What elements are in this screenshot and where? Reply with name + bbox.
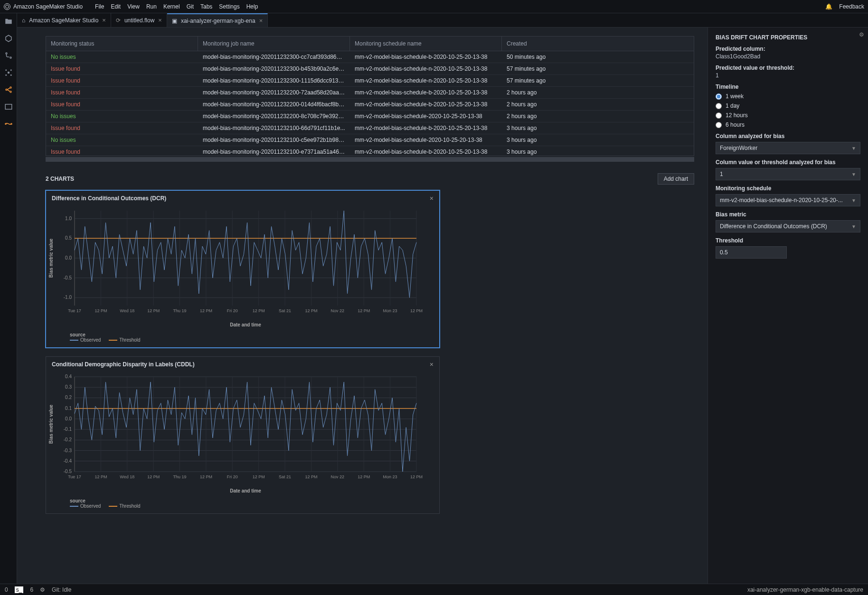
timeline-option[interactable]: 1 week — [716, 93, 860, 100]
bias-metric-select[interactable]: Difference in Conditional Outcomes (DCR)… — [716, 220, 860, 232]
menu-file[interactable]: File — [95, 3, 104, 10]
menu-edit[interactable]: Edit — [111, 3, 121, 10]
svg-text:12 PM: 12 PM — [147, 474, 160, 479]
chart-card[interactable]: Conditional Demographic Disparity in Lab… — [46, 356, 440, 514]
close-icon[interactable]: × — [430, 195, 434, 202]
tab-studio[interactable]: ⌂ Amazon SageMaker Studio × — [17, 13, 111, 27]
table-row[interactable]: Issue found model-bias-monitoring-202011… — [46, 146, 694, 156]
mon-sched-select[interactable]: mm-v2-model-bias-schedule-n-2020-10-25-2… — [716, 194, 860, 206]
svg-point-9 — [10, 87, 11, 88]
svg-text:-0.5: -0.5 — [64, 469, 72, 474]
predicted-thr-value: 1 — [716, 72, 860, 79]
panel-title: BIAS DRIFT CHART PROPERTIES — [716, 34, 860, 41]
chart-card[interactable]: Difference in Conditional Outcomes (DCR)… — [46, 190, 440, 348]
timeline-option[interactable]: 1 day — [716, 102, 860, 109]
cell-job: model-bias-monitoring-202011232100-66d79… — [198, 122, 350, 134]
menu-help[interactable]: Help — [246, 3, 258, 10]
status-errors[interactable]: 0 — [5, 586, 8, 593]
flow-icon[interactable] — [4, 85, 13, 94]
col-header-created[interactable]: Created — [502, 37, 694, 51]
svg-text:12 PM: 12 PM — [410, 474, 423, 479]
close-icon[interactable]: × — [430, 361, 434, 368]
statusbar: 0 s_ 6 ⚙ Git: Idle xai-analyzer-german-x… — [0, 584, 868, 595]
chart-title: Difference in Conditional Outcomes (DCR) — [52, 195, 166, 202]
tabbar: ⌂ Amazon SageMaker Studio × ⟳ untitled.f… — [17, 13, 868, 28]
table-row[interactable]: Issue found model-bias-monitoring-202011… — [46, 99, 694, 111]
svg-text:Bias metric value: Bias metric value — [48, 404, 54, 444]
table-row[interactable]: No issues model-bias-monitoring-20201123… — [46, 51, 694, 63]
status-kernel[interactable]: s_ — [15, 586, 24, 593]
svg-text:Date and time: Date and time — [230, 322, 261, 327]
cell-created: 2 hours ago — [502, 87, 694, 98]
cell-schedule: mm-v2-model-bias-schedule-b-2020-10-25-2… — [350, 51, 502, 63]
svg-text:12 PM: 12 PM — [410, 308, 423, 313]
table-scrollbar[interactable] — [46, 157, 694, 162]
col-header-status[interactable]: Monitoring status — [46, 37, 198, 51]
terminal-icon[interactable] — [4, 102, 13, 111]
git-icon[interactable] — [4, 51, 13, 60]
bell-icon[interactable]: 🔔 — [825, 3, 832, 10]
svg-text:12 PM: 12 PM — [358, 308, 370, 313]
close-icon[interactable]: × — [102, 17, 106, 24]
cell-status: Issue found — [46, 75, 198, 86]
col-val-select[interactable]: 1▼ — [716, 168, 860, 180]
radio-input[interactable] — [716, 93, 722, 100]
menu-run[interactable]: Run — [146, 3, 157, 10]
svg-point-8 — [6, 89, 7, 91]
folder-icon[interactable] — [4, 17, 13, 26]
table-row[interactable]: Issue found model-bias-monitoring-202011… — [46, 75, 694, 87]
close-icon[interactable]: × — [259, 17, 263, 24]
status-git[interactable]: Git: Idle — [52, 586, 71, 593]
table-row[interactable]: No issues model-bias-monitoring-20201123… — [46, 134, 694, 146]
col-val-label: Column value or threshold analyzed for b… — [716, 159, 860, 166]
svg-text:12 PM: 12 PM — [253, 474, 265, 479]
line-chart: 1.00.50.0-0.5-1.0Tue 1712 PMWed 1812 PMT… — [46, 206, 426, 329]
col-bias-select[interactable]: ForeignWorker▼ — [716, 142, 860, 154]
svg-text:0.3: 0.3 — [65, 384, 72, 390]
col-header-schedule[interactable]: Monitoring schedule name — [350, 37, 502, 51]
add-chart-button[interactable]: Add chart — [658, 173, 694, 185]
menu-view[interactable]: View — [127, 3, 140, 10]
app-logo: Amazon SageMaker Studio — [4, 3, 83, 10]
timeline-option[interactable]: 12 hours — [716, 112, 860, 119]
cell-status: Issue found — [46, 63, 198, 74]
svg-point-1 — [6, 53, 7, 54]
cell-created: 2 hours ago — [502, 99, 694, 110]
status-gear-icon[interactable]: ⚙ — [40, 586, 45, 593]
radio-label: 6 hours — [726, 121, 745, 128]
cell-schedule: mm-v2-model-bias-schedule-b-2020-10-25-2… — [350, 87, 502, 98]
gear-icon[interactable]: ⚙ — [859, 31, 864, 38]
cell-created: 3 hours ago — [502, 146, 694, 156]
extensions-icon[interactable] — [4, 68, 13, 77]
svg-text:Sat 21: Sat 21 — [279, 308, 291, 313]
cell-created: 3 hours ago — [502, 134, 694, 146]
tab-label: xai-analyzer-german-xgb-ena — [181, 18, 255, 24]
predicted-col-label: Predicted column: — [716, 46, 860, 52]
tab-xai[interactable]: ▣ xai-analyzer-german-xgb-ena × — [167, 13, 268, 27]
status-warnings[interactable]: 6 — [30, 586, 33, 593]
cell-schedule: mm-v2-model-bias-schedule-b-2020-10-25-2… — [350, 99, 502, 110]
table-row[interactable]: No issues model-bias-monitoring-20201123… — [46, 111, 694, 122]
radio-input[interactable] — [716, 122, 722, 128]
table-row[interactable]: Issue found model-bias-monitoring-202011… — [46, 63, 694, 75]
radio-label: 12 hours — [726, 112, 748, 119]
menu-git[interactable]: Git — [187, 3, 194, 10]
radio-input[interactable] — [716, 112, 722, 119]
tab-flow[interactable]: ⟳ untitled.flow × — [111, 13, 167, 27]
radio-input[interactable] — [716, 103, 722, 109]
feedback-link[interactable]: Feedback — [839, 3, 864, 10]
threshold-input[interactable] — [716, 246, 787, 259]
table-row[interactable]: Issue found model-bias-monitoring-202011… — [46, 122, 694, 134]
menu-settings[interactable]: Settings — [219, 3, 239, 10]
close-icon[interactable]: × — [158, 17, 162, 24]
menu-tabs[interactable]: Tabs — [200, 3, 212, 10]
svg-text:-0.3: -0.3 — [64, 448, 72, 453]
wrangler-icon[interactable] — [4, 120, 13, 128]
menu-kernel[interactable]: Kernel — [163, 3, 180, 10]
svg-point-5 — [10, 69, 11, 71]
threshold-label: Threshold — [716, 237, 860, 244]
hexagon-icon[interactable] — [4, 34, 13, 43]
col-header-job[interactable]: Monitoring job name — [198, 37, 350, 51]
timeline-option[interactable]: 6 hours — [716, 121, 860, 128]
table-row[interactable]: Issue found model-bias-monitoring-202011… — [46, 87, 694, 99]
